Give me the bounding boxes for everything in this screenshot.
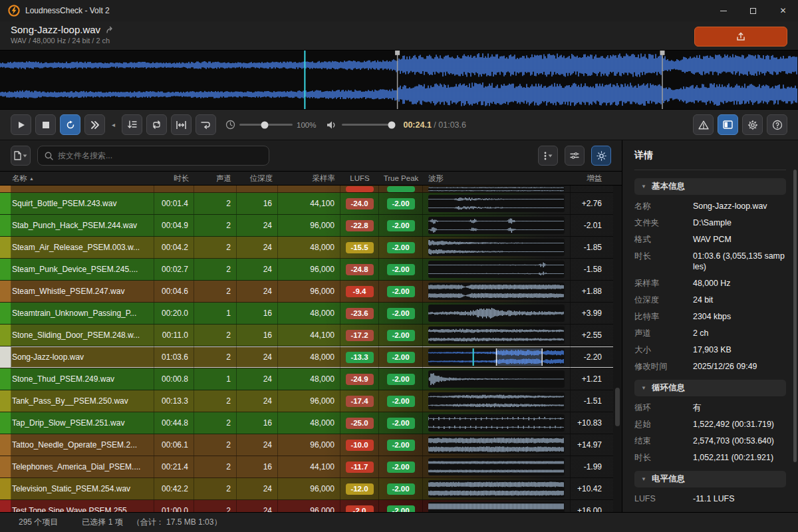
table-row[interactable]: Tattoo_Needle_Operate_PSEM.2...00:06.122… (0, 434, 622, 456)
loop-playback-button[interactable] (60, 114, 80, 135)
cell-true-peak: -2.00 (379, 478, 423, 499)
cell-gain: -2.20 (571, 346, 607, 368)
table-row[interactable]: Steam_Whistle_PSEM.247.wav00:04.622496,0… (0, 281, 622, 303)
repeat-one-button[interactable] (146, 114, 167, 135)
speed-slider[interactable] (239, 124, 293, 126)
cell-true-peak: -2.00 (379, 325, 423, 346)
table-row[interactable]: Tap_Drip_Slow_PSEM.251.wav00:44.821648,0… (0, 412, 622, 434)
cell-bit-depth: 24 (237, 478, 278, 499)
table-header: 名称 ▲时长声道位深度采样率LUFSTrue Peak波形增益 (0, 171, 622, 186)
list-toolbar (0, 140, 622, 171)
file-type-filter-button[interactable] (11, 146, 31, 166)
open-external-icon[interactable] (106, 26, 115, 34)
details-scrollbar-thumb[interactable] (793, 170, 797, 462)
loudness-analyze-toggle[interactable] (591, 146, 611, 166)
lufs-badge: -24.9 (346, 374, 374, 385)
search-input[interactable] (58, 151, 262, 160)
detail-field: 大小17,903 KB (634, 344, 786, 355)
section-header[interactable]: ▼电平信息 (634, 471, 786, 487)
cell-channels: 2 (194, 478, 237, 499)
cell-bit-depth: 24 (237, 259, 278, 280)
detail-field: 时长01:03.6 (3,055,135 samples) (634, 251, 786, 272)
cell-waveform (423, 346, 571, 368)
cell-lufs: -15.5 (340, 237, 379, 258)
volume-slider-thumb[interactable] (388, 121, 395, 128)
table-row[interactable]: Stab_Punch_Hack_PSEM.244.wav00:04.922496… (0, 215, 622, 237)
lufs-badge: -12.0 (346, 483, 374, 495)
help-button[interactable] (767, 114, 787, 135)
waveform-display[interactable] (0, 50, 798, 110)
table-row[interactable]: Stone_Thud_PSEM.249.wav00:00.812448,000-… (0, 368, 622, 390)
volume-slider[interactable] (342, 124, 395, 126)
cell-bit-depth: 16 (237, 325, 278, 346)
table-row[interactable]: Test Tone Sine Wave PSEM.255...01:00.022… (0, 500, 622, 512)
skip-next-button[interactable] (84, 114, 105, 135)
fit-width-button[interactable] (171, 114, 192, 135)
auto-follow-button[interactable] (196, 114, 216, 135)
column-header-波形[interactable]: 波形 (423, 174, 571, 184)
cell-waveform (423, 412, 571, 434)
column-header-采样率[interactable]: 采样率 (278, 174, 340, 184)
volume-icon[interactable] (327, 120, 338, 130)
cell-duration: 00:42.2 (154, 478, 194, 499)
speed-slider-thumb[interactable] (261, 121, 268, 128)
cell-name: Television_Static_PSEM.254.wav (7, 478, 154, 499)
true-peak-badge: -2.00 (387, 308, 415, 319)
column-header-LUFS[interactable]: LUFS (340, 174, 379, 182)
column-header-True Peak[interactable]: True Peak (379, 174, 423, 182)
cell-sample-rate: 48,000 (278, 412, 340, 434)
play-button[interactable] (11, 114, 31, 135)
table-row[interactable]: Steam_Air_Release_PSEM.003.w...00:04.222… (0, 237, 622, 259)
maximize-button[interactable] (738, 0, 768, 21)
current-file-name: Song-Jazz-loop.wav (11, 24, 100, 35)
cell-name: Song-Jazz-loop.wav (7, 346, 154, 368)
cell-waveform (423, 478, 571, 499)
cell-true-peak: -2.00 (379, 346, 423, 368)
stop-button[interactable] (35, 114, 56, 135)
column-header-增益[interactable]: 增益 (571, 174, 607, 184)
cell-channels: 2 (194, 390, 237, 412)
table-scrollbar-thumb[interactable] (615, 388, 620, 426)
search-box[interactable] (37, 146, 269, 166)
column-header-时长[interactable]: 时长 (154, 174, 194, 184)
section-title: 循环信息 (652, 382, 685, 394)
export-button[interactable] (694, 27, 787, 47)
table-row[interactable]: Song-Jazz-loop.wav01:03.622448,000-13.3-… (0, 346, 622, 368)
warnings-button[interactable] (693, 114, 714, 135)
close-button[interactable]: ✕ (768, 0, 798, 21)
cell-waveform (423, 281, 571, 302)
column-header-位深度[interactable]: 位深度 (237, 174, 278, 184)
collapse-toolbar-icon[interactable]: ◂ (109, 121, 118, 128)
more-options-button[interactable] (538, 146, 558, 166)
section-header[interactable]: ▼基本信息 (634, 178, 786, 195)
column-header-名称[interactable]: 名称 ▲ (7, 174, 154, 184)
cell-name: Steam_Punk_Device_PSEM.245.... (7, 259, 154, 280)
cell-true-peak: -2.00 (379, 368, 423, 390)
table-row[interactable]: Squirt_Bottle_PSEM.243.wav00:01.421644,1… (0, 193, 622, 215)
table-row[interactable]: Television_Static_PSEM.254.wav00:42.2224… (0, 478, 622, 500)
lufs-badge: -17.2 (346, 330, 374, 341)
waveform-thumbnail (428, 261, 565, 278)
table-row[interactable]: Steam_Punk_Device_PSEM.245....00:02.7224… (0, 259, 622, 281)
settings-button[interactable] (742, 114, 763, 135)
section-header[interactable]: ▼循环信息 (634, 380, 786, 396)
cell-channels: 2 (194, 281, 237, 302)
cell-duration: 01:00.0 (154, 500, 194, 512)
table-row[interactable]: Telephones_America_Dial_PSEM....00:21.42… (0, 456, 622, 478)
cell-true-peak: -2.00 (379, 390, 423, 412)
waveform-thumbnail (428, 392, 565, 410)
table-row[interactable]: Stone_Sliding_Door_PSEM.248.w...00:11.02… (0, 325, 622, 346)
table-row-partial[interactable] (0, 186, 622, 193)
playlist-order-button[interactable] (122, 114, 142, 135)
split-view-button[interactable] (718, 114, 738, 135)
cell-channels: 2 (194, 193, 237, 214)
cell-duration (154, 186, 194, 192)
filter-settings-button[interactable] (565, 146, 585, 166)
table-row[interactable]: Steamtrain_Unknown_Passing_P...00:20.011… (0, 303, 622, 325)
minimize-button[interactable] (708, 0, 738, 21)
table-row[interactable]: Tank_Pass_By__PSEM.250.wav00:13.322496,0… (0, 390, 622, 412)
true-peak-badge: -2.00 (387, 220, 415, 231)
table-scrollbar[interactable] (613, 186, 622, 512)
column-header-声道[interactable]: 声道 (194, 174, 237, 184)
true-peak-badge: -2.00 (387, 286, 415, 297)
